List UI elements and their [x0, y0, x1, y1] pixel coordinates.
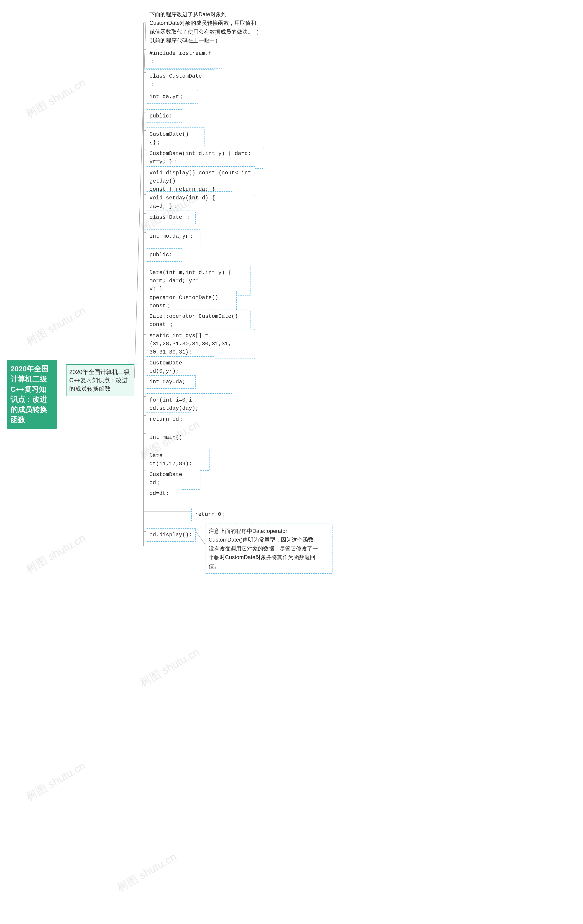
node-n21: Date dt(11,17,89);: [146, 449, 210, 471]
svg-line-1: [134, 23, 146, 378]
node-n22: CustomDate cd；: [146, 468, 200, 490]
node-n23: cd=dt;: [146, 487, 182, 500]
node-n26: 注意上面的程序中Date::operator CustomDate()声明为常量…: [205, 523, 332, 574]
svg-line-29: [196, 531, 205, 544]
node-n16: CustomDate cd(0,yr);: [146, 356, 214, 378]
root-node: 2020年全国计算机二级C++复习知识点：改进的成员转换函数: [7, 360, 57, 429]
node-n17: int day=da;: [146, 375, 196, 389]
node-n11: public:: [146, 248, 182, 262]
node-n10: int mo,da,yr；: [146, 229, 200, 243]
node-n9: class Date ；: [146, 211, 196, 224]
node-n2: class CustomDate ；: [146, 69, 214, 91]
node-n19: return cd；: [146, 412, 191, 426]
node-n8: void setday(int d) { da=d; }；: [146, 191, 232, 213]
level1-node: 2020年全国计算机二级C++复习知识点：改进的成员转换函数: [66, 364, 134, 396]
node-n18: for(int i=0;i cd.setday(day);: [146, 393, 232, 415]
node-n1: #include iostream.h ；: [146, 47, 223, 69]
root-label: 2020年全国计算机二级C++复习知识点：改进的成员转换函数: [10, 365, 48, 424]
node-n14: Date::operator CustomDate() const ；: [146, 310, 251, 332]
connector-lines: [0, 0, 583, 924]
node-n5: CustomDate() {}；: [146, 127, 205, 149]
node-n4: public:: [146, 109, 182, 123]
node-n0: 下面的程序改进了从Date对象到 CustomDate对象的成员转换函数，用取值…: [146, 7, 273, 48]
node-n6: CustomDate(int d,int y) { da=d; yr=y; }；: [146, 147, 264, 169]
mind-map: 2020年全国计算机二级C++复习知识点：改进的成员转换函数 2020年全国计算…: [0, 0, 583, 924]
node-n25: cd.display();: [146, 528, 196, 542]
node-n20: int main(): [146, 431, 191, 444]
node-n3: int da,yr；: [146, 90, 198, 104]
node-n24: return 0；: [191, 508, 232, 521]
node-n15: static int dys[] = {31,28,31,30,31,30,31…: [146, 329, 255, 359]
level1-label: 2020年全国计算机二级C++复习知识点：改进的成员转换函数: [69, 368, 130, 392]
